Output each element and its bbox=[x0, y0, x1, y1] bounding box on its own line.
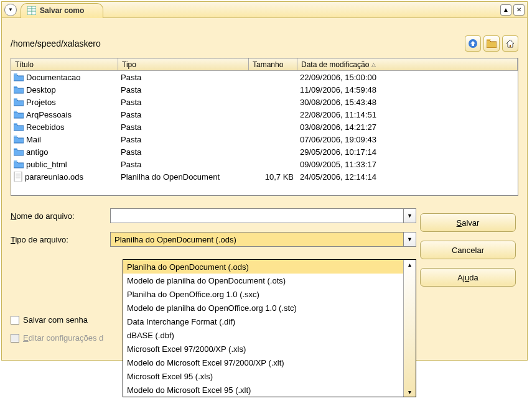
filename-input[interactable] bbox=[110, 208, 404, 223]
row-type: Pasta bbox=[118, 98, 249, 107]
table-row[interactable]: ArqPessoaisPasta22/08/2006, 11:14:51 bbox=[11, 108, 518, 121]
file-icon bbox=[14, 172, 22, 182]
filetype-dropdown-button[interactable]: ▼ bbox=[404, 232, 416, 247]
row-date: 22/08/2006, 11:14:51 bbox=[297, 110, 518, 119]
column-header-date[interactable]: Data de modificação△ bbox=[297, 58, 518, 70]
filetype-options-list: Planilha do OpenDocument (.ods)Modelo de… bbox=[123, 259, 416, 397]
folder-icon bbox=[14, 135, 24, 144]
row-title: parareuniao.ods bbox=[25, 172, 83, 182]
filetype-dropdown[interactable]: Planilha do OpenDocument (.ods) bbox=[110, 232, 404, 247]
home-button[interactable] bbox=[502, 35, 518, 52]
edit-filter-label: Editar configurações d bbox=[23, 333, 103, 343]
window-controls: ▲ ✕ bbox=[500, 4, 525, 16]
new-folder-button[interactable] bbox=[483, 35, 500, 52]
row-title: Desktop bbox=[26, 85, 56, 94]
current-path: /home/speed/xalaskero bbox=[11, 39, 101, 48]
row-title: public_html bbox=[26, 160, 67, 169]
filetype-option[interactable]: dBASE (.dbf) bbox=[123, 328, 416, 342]
row-date: 24/05/2006, 12:14:14 bbox=[297, 172, 518, 182]
filetype-option[interactable]: Microsoft Excel 97/2000/XP (.xls) bbox=[123, 342, 416, 356]
column-header-title[interactable]: Título bbox=[11, 58, 118, 70]
save-with-password-checkbox[interactable] bbox=[11, 316, 19, 325]
row-date: 03/08/2006, 14:21:27 bbox=[297, 122, 518, 132]
folder-icon bbox=[14, 160, 24, 168]
table-row[interactable]: DesktopPasta11/09/2006, 14:59:48 bbox=[11, 83, 518, 96]
title-tab: Salvar como bbox=[21, 3, 103, 18]
edit-filter-checkbox bbox=[11, 334, 19, 343]
filetype-option[interactable]: Modelo do Microsoft Excel 97/2000/XP (.x… bbox=[123, 356, 416, 369]
row-size: 10,7 KB bbox=[249, 172, 297, 182]
spreadsheet-icon bbox=[27, 6, 36, 15]
row-type: Pasta bbox=[118, 85, 249, 94]
folder-icon bbox=[14, 110, 24, 119]
row-title: Mail bbox=[26, 135, 41, 144]
row-type: Pasta bbox=[118, 147, 249, 157]
svg-rect-5 bbox=[510, 45, 511, 47]
dropdown-scrollbar[interactable]: ▴ ▾ bbox=[403, 260, 416, 397]
table-row[interactable]: DocumentacaoPasta22/09/2006, 15:00:00 bbox=[11, 71, 518, 83]
folder-icon bbox=[14, 98, 24, 106]
row-title: Documentacao bbox=[26, 73, 80, 82]
folder-icon bbox=[14, 73, 24, 81]
filetype-option[interactable]: Modelo do Microsoft Excel 95 (.xlt) bbox=[123, 383, 416, 397]
maximize-button[interactable]: ▲ bbox=[500, 4, 511, 16]
row-type: Pasta bbox=[118, 160, 249, 169]
row-date: 30/08/2006, 15:43:48 bbox=[297, 98, 518, 107]
filetype-label: Tipo de arquivo: bbox=[11, 235, 110, 244]
file-list-table: Título Tipo Tamanho Data de modificação△… bbox=[11, 58, 518, 196]
folder-icon bbox=[14, 122, 24, 131]
table-row[interactable]: RecebidosPasta03/08/2006, 14:21:27 bbox=[11, 121, 518, 133]
row-type: Pasta bbox=[118, 122, 249, 132]
filetype-option[interactable]: Data Interchange Format (.dif) bbox=[123, 315, 416, 328]
row-title: Projetos bbox=[26, 98, 56, 107]
cancel-button[interactable]: Cancelar bbox=[420, 241, 516, 259]
row-type: Pasta bbox=[118, 110, 249, 119]
filetype-option[interactable]: Planilha do OpenOffice.org 1.0 (.sxc) bbox=[123, 287, 416, 301]
scroll-down-icon[interactable]: ▾ bbox=[408, 387, 411, 397]
up-directory-button[interactable] bbox=[465, 35, 481, 52]
row-date: 22/09/2006, 15:00:00 bbox=[297, 73, 518, 82]
scroll-up-icon[interactable]: ▴ bbox=[408, 260, 411, 269]
row-type: Pasta bbox=[118, 73, 249, 82]
row-date: 09/09/2005, 11:33:17 bbox=[297, 160, 518, 169]
table-row[interactable]: MailPasta07/06/2006, 19:09:43 bbox=[11, 133, 518, 145]
filename-label: Nome do arquivo: bbox=[11, 211, 110, 221]
folder-icon bbox=[14, 147, 24, 156]
row-date: 11/09/2006, 14:59:48 bbox=[297, 85, 518, 94]
row-type: Pasta bbox=[118, 135, 249, 144]
titlebar: Salvar como ▲ ✕ bbox=[2, 2, 527, 18]
help-button[interactable]: Ajuda bbox=[420, 268, 516, 287]
close-button[interactable]: ✕ bbox=[513, 4, 525, 16]
filetype-option[interactable]: Modelo de planilha do OpenDocument (.ots… bbox=[123, 274, 416, 287]
save-as-dialog: Salvar como ▲ ✕ /home/speed/xalaskero bbox=[1, 1, 528, 361]
table-row[interactable]: antigoPasta29/05/2006, 10:17:14 bbox=[11, 145, 518, 158]
table-row[interactable]: ProjetosPasta30/08/2006, 15:43:48 bbox=[11, 96, 518, 108]
table-row[interactable]: parareuniao.odsPlanilha do OpenDocument1… bbox=[11, 170, 518, 183]
row-title: ArqPessoais bbox=[26, 110, 72, 119]
sort-descending-icon: △ bbox=[371, 62, 376, 68]
filetype-option[interactable]: Planilha do OpenDocument (.ods) bbox=[123, 260, 416, 274]
save-with-password-label: Salvar com senha bbox=[23, 315, 88, 325]
filetype-option[interactable]: Modelo de planilha do OpenOffice.org 1.0… bbox=[123, 301, 416, 315]
table-row[interactable]: public_htmlPasta09/09/2005, 11:33:17 bbox=[11, 158, 518, 170]
window-title: Salvar como bbox=[40, 6, 84, 15]
folder-icon bbox=[14, 85, 24, 94]
save-button[interactable]: Salvar bbox=[420, 213, 516, 232]
column-header-type[interactable]: Tipo bbox=[118, 58, 249, 70]
filetype-option[interactable]: Microsoft Excel 95 (.xls) bbox=[123, 369, 416, 383]
row-date: 29/05/2006, 10:17:14 bbox=[297, 147, 518, 157]
column-header-size[interactable]: Tamanho bbox=[249, 58, 297, 70]
row-title: antigo bbox=[26, 147, 48, 157]
svg-rect-6 bbox=[14, 172, 22, 182]
row-title: Recebidos bbox=[26, 122, 64, 132]
row-type: Planilha do OpenDocument bbox=[118, 172, 249, 182]
row-date: 07/06/2006, 19:09:43 bbox=[297, 135, 518, 144]
filename-history-dropdown[interactable]: ▼ bbox=[404, 208, 416, 223]
window-menu-button[interactable] bbox=[4, 4, 17, 16]
